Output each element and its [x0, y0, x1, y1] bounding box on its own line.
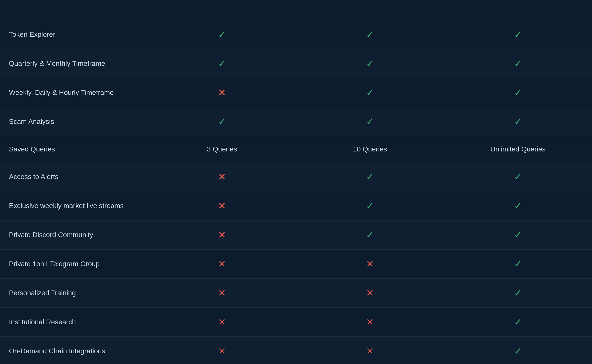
check-icon: ✓ — [514, 29, 522, 40]
enterprise-value: ✓ — [444, 250, 592, 279]
table-row: Access to Alerts✕✓✓ — [0, 162, 592, 191]
table-row: Private 1on1 Telegram Group✕✕✓ — [0, 250, 592, 279]
pro-value: ✕ — [296, 279, 444, 308]
feature-label: Quarterly & Monthly Timeframe — [0, 49, 148, 78]
pro-value: ✓ — [296, 107, 444, 136]
feature-label: Private 1on1 Telegram Group — [0, 250, 148, 279]
free-value: ✕ — [148, 308, 296, 337]
check-icon: ✓ — [366, 230, 374, 240]
check-icon: ✓ — [366, 87, 374, 98]
text-value: 3 Queries — [207, 145, 237, 153]
enterprise-value: ✓ — [444, 337, 592, 364]
cross-icon: ✕ — [366, 259, 374, 269]
free-value: ✕ — [148, 250, 296, 279]
cross-icon: ✕ — [218, 172, 226, 182]
enterprise-value: ✓ — [444, 220, 592, 250]
enterprise-value: ✓ — [444, 191, 592, 220]
pro-value: ✓ — [296, 191, 444, 220]
cross-icon: ✕ — [366, 317, 374, 327]
check-icon: ✓ — [366, 172, 374, 182]
table-row: Exclusive weekly market live streams✕✓✓ — [0, 191, 592, 220]
free-value: ✓ — [148, 107, 296, 136]
pro-value: ✓ — [296, 49, 444, 78]
text-value: 10 Queries — [353, 145, 387, 153]
free-value: ✕ — [148, 162, 296, 191]
feature-label: Personalized Training — [0, 279, 148, 308]
table-row: Personalized Training✕✕✓ — [0, 279, 592, 308]
check-icon: ✓ — [366, 29, 374, 40]
check-icon: ✓ — [514, 116, 522, 127]
enterprise-value: ✓ — [444, 78, 592, 107]
free-value: ✓ — [148, 20, 296, 49]
enterprise-value: ✓ — [444, 308, 592, 337]
check-icon: ✓ — [514, 346, 522, 356]
cross-icon: ✕ — [218, 230, 226, 240]
feature-label: Institutional Research — [0, 308, 148, 337]
cross-icon: ✕ — [218, 259, 226, 269]
check-icon: ✓ — [514, 87, 522, 98]
pro-value: 10 Queries — [296, 136, 444, 162]
pro-plan-header — [296, 0, 444, 20]
free-value: ✕ — [148, 220, 296, 250]
pro-value: ✕ — [296, 337, 444, 364]
pro-value: ✕ — [296, 308, 444, 337]
pro-value: ✓ — [296, 20, 444, 49]
feature-label: Access to Alerts — [0, 162, 148, 191]
cross-icon: ✕ — [218, 288, 226, 298]
pricing-table: Token Explorer✓✓✓Quarterly & Monthly Tim… — [0, 0, 592, 364]
cross-icon: ✕ — [366, 288, 374, 298]
enterprise-value: ✓ — [444, 162, 592, 191]
cross-icon: ✕ — [218, 346, 226, 356]
free-value: ✕ — [148, 191, 296, 220]
check-icon: ✓ — [218, 29, 226, 40]
table-row: Quarterly & Monthly Timeframe✓✓✓ — [0, 49, 592, 78]
free-value: ✓ — [148, 49, 296, 78]
check-icon: ✓ — [514, 317, 522, 327]
enterprise-plan-header — [444, 0, 592, 20]
text-value: Unlimited Queries — [490, 145, 546, 153]
feature-label: On-Demand Chain Integrations — [0, 337, 148, 364]
feature-label: Private Discord Community — [0, 220, 148, 250]
cross-icon: ✕ — [218, 87, 226, 98]
feature-label: Token Explorer — [0, 20, 148, 49]
enterprise-value: Unlimited Queries — [444, 136, 592, 162]
pro-value: ✓ — [296, 220, 444, 250]
feature-label: Weekly, Daily & Hourly Timeframe — [0, 78, 148, 107]
check-icon: ✓ — [514, 288, 522, 298]
enterprise-value: ✓ — [444, 279, 592, 308]
pricing-table-container: Token Explorer✓✓✓Quarterly & Monthly Tim… — [0, 0, 592, 364]
table-row: Weekly, Daily & Hourly Timeframe✕✓✓ — [0, 78, 592, 107]
free-value: 3 Queries — [148, 136, 296, 162]
check-icon: ✓ — [514, 58, 522, 69]
check-icon: ✓ — [366, 58, 374, 69]
free-value: ✕ — [148, 337, 296, 364]
feature-label: Scam Analysis — [0, 107, 148, 136]
table-row: Scam Analysis✓✓✓ — [0, 107, 592, 136]
pro-value: ✕ — [296, 250, 444, 279]
check-icon: ✓ — [514, 259, 522, 269]
feature-label: Exclusive weekly market live streams — [0, 191, 148, 220]
free-value: ✕ — [148, 279, 296, 308]
cross-icon: ✕ — [218, 201, 226, 211]
check-icon: ✓ — [366, 116, 374, 127]
check-icon: ✓ — [218, 116, 226, 127]
check-icon: ✓ — [514, 172, 522, 182]
feature-label: Saved Queries — [0, 136, 148, 162]
pro-value: ✓ — [296, 162, 444, 191]
enterprise-value: ✓ — [444, 107, 592, 136]
cross-icon: ✕ — [366, 346, 374, 356]
table-row: Saved Queries3 Queries10 QueriesUnlimite… — [0, 136, 592, 162]
pro-value: ✓ — [296, 78, 444, 107]
table-row: Token Explorer✓✓✓ — [0, 20, 592, 49]
enterprise-value: ✓ — [444, 20, 592, 49]
check-icon: ✓ — [514, 201, 522, 211]
check-icon: ✓ — [218, 58, 226, 69]
table-row: Private Discord Community✕✓✓ — [0, 220, 592, 250]
free-plan-header — [148, 0, 296, 20]
check-icon: ✓ — [366, 201, 374, 211]
feature-column-header — [0, 0, 148, 20]
cross-icon: ✕ — [218, 317, 226, 327]
check-icon: ✓ — [514, 230, 522, 240]
table-row: On-Demand Chain Integrations✕✕✓ — [0, 337, 592, 364]
enterprise-value: ✓ — [444, 49, 592, 78]
